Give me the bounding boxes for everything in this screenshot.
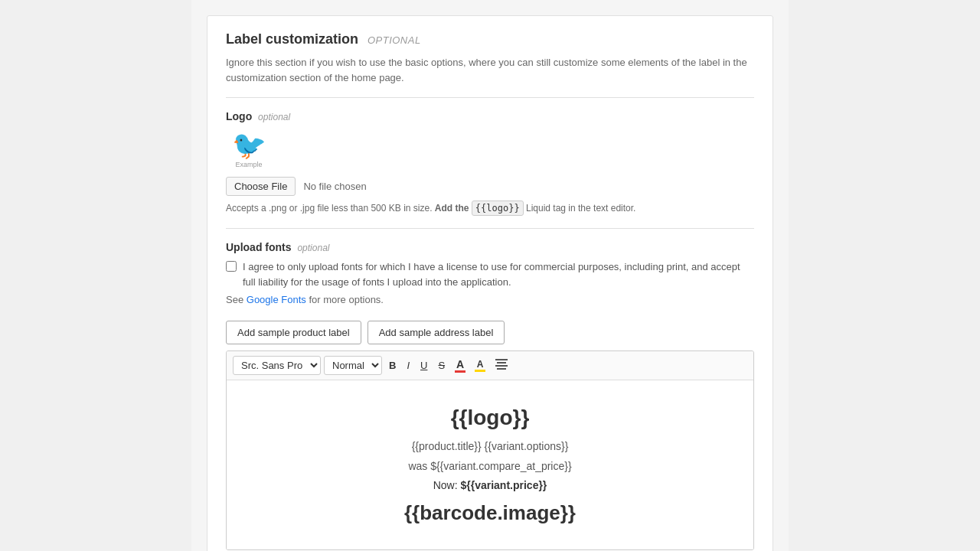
font-family-select[interactable]: Src. Sans Pro <box>233 356 321 375</box>
upload-fonts-section: Upload fonts optional I agree to only up… <box>226 241 754 305</box>
editor-toolbar: Src. Sans Pro Normal B I U S A A <box>227 351 753 380</box>
editor-line-now: Now: ${{variant.price}} <box>239 476 741 495</box>
file-input-row: Choose File No file chosen <box>226 177 754 196</box>
svg-rect-1 <box>497 362 506 364</box>
font-bg-color-bar <box>475 370 485 372</box>
file-hint: Accepts a .png or .jpg file less than 50… <box>226 201 754 216</box>
license-checkbox-label: I agree to only upload fonts for which I… <box>243 259 754 289</box>
editor-line-barcode: {{barcode.image}} <box>239 495 741 531</box>
font-color-bar <box>455 370 466 373</box>
font-color-A-icon: A <box>456 359 464 370</box>
logo-bird-icon: 🐦 <box>232 132 266 159</box>
upload-fonts-optional: optional <box>297 243 329 253</box>
choose-file-button[interactable]: Choose File <box>226 177 296 196</box>
for-more-text: for more options. <box>309 294 384 305</box>
font-size-select[interactable]: Normal <box>324 356 382 375</box>
license-checkbox-row: I agree to only upload fonts for which I… <box>226 259 754 289</box>
editor-line-product: {{product.title}} {{variant.options}} <box>239 437 741 456</box>
no-file-text: No file chosen <box>303 181 366 192</box>
font-bg-color-button[interactable]: A <box>472 358 488 373</box>
logo-example-text: Example <box>235 161 262 168</box>
divider-1 <box>226 97 754 98</box>
font-bg-A-icon: A <box>477 360 484 369</box>
bold-button[interactable]: B <box>385 357 400 373</box>
logo-example: 🐦 Example <box>226 129 272 171</box>
section-title: Label customization <box>226 31 358 47</box>
optional-label: OPTIONAL <box>368 34 421 46</box>
divider-2 <box>226 228 754 229</box>
editor-content[interactable]: {{logo}} {{product.title}} {{variant.opt… <box>227 380 753 549</box>
add-sample-product-label-button[interactable]: Add sample product label <box>226 321 361 344</box>
file-hint-text1: Accepts a .png or .jpg file less than 50… <box>226 203 432 214</box>
file-hint-bold: Add the <box>435 203 469 214</box>
align-button[interactable] <box>492 357 511 374</box>
now-prefix: Now: <box>433 479 461 491</box>
see-text: See <box>226 294 243 305</box>
google-fonts-link[interactable]: Google Fonts <box>247 294 306 305</box>
underline-button[interactable]: U <box>416 357 431 373</box>
now-price: ${{variant.price}} <box>460 479 547 491</box>
editor-line-was: was ${{variant.compare_at_price}} <box>239 457 741 476</box>
license-checkbox[interactable] <box>226 261 237 272</box>
liquid-tag: {{logo}} <box>472 201 524 216</box>
add-sample-address-label-button[interactable]: Add sample address label <box>368 321 505 344</box>
file-hint-text2: Liquid tag in the text editor. <box>526 203 635 214</box>
svg-rect-0 <box>495 359 508 360</box>
strikethrough-button[interactable]: S <box>434 357 449 373</box>
font-color-button[interactable]: A <box>452 357 469 374</box>
logo-field: Logo optional 🐦 Example Choose File No f… <box>226 110 754 216</box>
label-editor: Src. Sans Pro Normal B I U S A A <box>226 350 754 550</box>
logo-label: Logo optional <box>226 110 754 122</box>
google-fonts-line: See Google Fonts for more options. <box>226 294 754 305</box>
logo-optional: optional <box>258 112 290 122</box>
editor-line-logo: {{logo}} <box>239 399 741 437</box>
upload-fonts-label: Upload fonts optional <box>226 241 754 253</box>
svg-rect-3 <box>497 368 506 370</box>
section-description: Ignore this section if you wish to use t… <box>226 55 754 85</box>
svg-rect-2 <box>495 365 508 367</box>
sample-buttons-row: Add sample product label Add sample addr… <box>226 321 754 344</box>
italic-button[interactable]: I <box>403 357 413 373</box>
